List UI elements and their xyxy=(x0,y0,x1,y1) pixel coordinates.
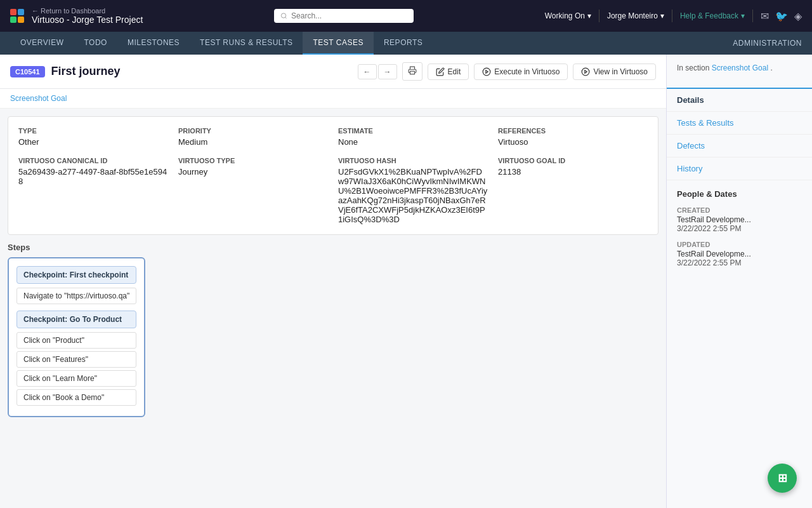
nav-test-runs[interactable]: TEST RUNS & RESULTS xyxy=(190,32,303,55)
estimate-label: Estimate xyxy=(338,127,488,135)
header-actions: ← → Edit Execute in Virtuoso View in Vir… xyxy=(358,62,656,81)
case-badge: C10541 xyxy=(10,66,45,77)
nav-reports[interactable]: REPORTS xyxy=(374,32,433,55)
nav-left: OVERVIEW TODO MILESTONES TEST RUNS & RES… xyxy=(10,32,433,55)
return-to-dashboard-link[interactable]: ← Return to Dashboard xyxy=(32,7,143,15)
detail-priority: Priority Medium xyxy=(178,127,328,147)
details-grid-row2: Virtuoso Canonical ID 5a269439-a277-4497… xyxy=(8,157,658,234)
detail-virtuoso-type: Virtuoso Type Journey xyxy=(178,157,328,224)
user-menu-button[interactable]: Jorge Monteiro ▾ xyxy=(607,11,664,20)
svg-marker-6 xyxy=(585,70,587,73)
updated-name: TestRail Developme... xyxy=(677,250,802,258)
checkpoint-1: Checkpoint: First checkpoint xyxy=(16,266,136,284)
fab-icon: ⊞ xyxy=(778,471,787,485)
divider xyxy=(599,10,599,22)
content-area: C10541 First journey ← → Edit Execute in… xyxy=(0,55,666,508)
nav-administration[interactable]: ADMINISTRATION xyxy=(733,39,802,48)
breadcrumb-link[interactable]: Screenshot Goal xyxy=(10,94,67,103)
logo-cell-1 xyxy=(10,9,16,15)
logo-cell-4 xyxy=(18,17,24,23)
details-card: Type Other Priority Medium Estimate None… xyxy=(8,116,658,235)
search-area xyxy=(150,9,537,23)
sidebar-nav: Details Tests & Results Defects History xyxy=(667,88,812,180)
steps-header: Steps xyxy=(8,243,658,252)
nav-todo[interactable]: TODO xyxy=(74,32,117,55)
svg-point-0 xyxy=(281,13,285,18)
created-date: 3/22/2022 2:55 PM xyxy=(677,224,802,233)
virtuoso-type-label: Virtuoso Type xyxy=(178,157,328,164)
prev-button[interactable]: ← xyxy=(358,64,377,79)
project-title: Virtuoso - Jorge Test Project xyxy=(32,15,143,25)
project-info: ← Return to Dashboard Virtuoso - Jorge T… xyxy=(32,7,143,25)
edit-button[interactable]: Edit xyxy=(428,64,469,80)
canonical-id-value: 5a269439-a277-4497-8aaf-8bf55e1e5948 xyxy=(18,167,168,186)
nav-overview[interactable]: OVERVIEW xyxy=(10,32,74,55)
svg-point-3 xyxy=(483,68,490,76)
checkpoint-2: Checkpoint: Go To Product xyxy=(16,311,136,328)
steps-container: Checkpoint: First checkpoint Navigate to… xyxy=(8,257,145,417)
fab-button[interactable]: ⊞ xyxy=(768,464,797,493)
updated-date: 3/22/2022 2:55 PM xyxy=(677,258,802,267)
references-label: References xyxy=(498,127,648,135)
main-layout: C10541 First journey ← → Edit Execute in… xyxy=(0,55,812,508)
top-icons: ✉ 🐦 ◈ xyxy=(761,10,802,22)
step-click-learn-more: Click on "Learn More" xyxy=(16,370,136,387)
help-feedback-button[interactable]: Help & Feedback ▾ xyxy=(680,11,745,20)
page-title: First journey xyxy=(51,65,121,78)
svg-point-5 xyxy=(582,68,590,76)
step-click-features: Click on "Features" xyxy=(16,351,136,368)
detail-references: References Virtuoso xyxy=(498,127,648,147)
svg-rect-2 xyxy=(410,71,414,74)
view-in-virtuoso-button[interactable]: View in Virtuoso xyxy=(573,64,656,80)
priority-label: Priority xyxy=(178,127,328,135)
logo-cell-3 xyxy=(10,17,16,23)
nav-arrows: ← → xyxy=(358,64,397,79)
goal-id-value: 21138 xyxy=(498,167,648,177)
page-header-left: C10541 First journey xyxy=(10,65,121,78)
nav-milestones[interactable]: MILESTONES xyxy=(117,32,190,55)
working-on-button[interactable]: Working On ▾ xyxy=(545,11,591,20)
sidebar-nav-history[interactable]: History xyxy=(667,157,812,180)
nav-bar: OVERVIEW TODO MILESTONES TEST RUNS & RES… xyxy=(0,32,812,55)
svg-line-1 xyxy=(285,17,287,18)
sidebar-nav-defects[interactable]: Defects xyxy=(667,135,812,157)
breadcrumb[interactable]: Screenshot Goal xyxy=(0,89,666,109)
detail-goal-id: Virtuoso Goal Id 21138 xyxy=(498,157,648,224)
people-dates-title: People & Dates xyxy=(677,189,802,199)
sidebar-nav-tests[interactable]: Tests & Results xyxy=(667,112,812,135)
next-button[interactable]: → xyxy=(378,64,397,79)
play-icon xyxy=(482,67,491,76)
sidebar-nav-details[interactable]: Details xyxy=(667,89,812,112)
twitter-icon[interactable]: 🐦 xyxy=(775,10,788,22)
detail-estimate: Estimate None xyxy=(338,127,488,147)
details-grid-row1: Type Other Priority Medium Estimate None… xyxy=(8,117,658,157)
divider3 xyxy=(752,10,753,22)
mail-icon[interactable]: ✉ xyxy=(761,10,769,22)
app-logo xyxy=(10,9,24,23)
logo-icon xyxy=(10,9,24,23)
feed-icon[interactable]: ◈ xyxy=(794,10,802,22)
created-row: Created TestRail Developme... 3/22/2022 … xyxy=(677,206,802,233)
execute-button[interactable]: Execute in Virtuoso xyxy=(474,64,568,80)
in-section-text: In section Screenshot Goal . xyxy=(677,64,802,72)
detail-canonical-id: Virtuoso Canonical ID 5a269439-a277-4497… xyxy=(18,157,168,224)
divider2 xyxy=(672,10,672,22)
hash-value: U2FsdGVkX1%2BKuaNPTwpIvA%2FDw97WIaJ3X6aK… xyxy=(338,167,488,224)
estimate-value: None xyxy=(338,137,488,147)
search-input[interactable] xyxy=(291,11,407,20)
steps-section: Steps Checkpoint: First checkpoint Navig… xyxy=(8,243,658,417)
detail-hash: Virtuoso Hash U2FsdGVkX1%2BKuaNPTwpIvA%2… xyxy=(338,157,488,224)
virtuoso-type-value: Journey xyxy=(178,167,328,177)
people-dates-section: People & Dates Created TestRail Developm… xyxy=(667,180,812,284)
print-icon xyxy=(408,66,417,75)
step-group-2: Checkpoint: Go To Product Click on "Prod… xyxy=(16,311,136,406)
in-section-area: In section Screenshot Goal . xyxy=(667,55,812,88)
hash-label: Virtuoso Hash xyxy=(338,157,488,164)
step-click-product: Click on "Product" xyxy=(16,332,136,349)
edit-icon xyxy=(436,67,445,76)
search-icon xyxy=(280,12,287,20)
in-section-link[interactable]: Screenshot Goal xyxy=(712,64,768,72)
priority-value: Medium xyxy=(178,137,328,147)
print-button[interactable] xyxy=(402,62,422,81)
nav-test-cases[interactable]: TEST CASES xyxy=(303,32,373,55)
